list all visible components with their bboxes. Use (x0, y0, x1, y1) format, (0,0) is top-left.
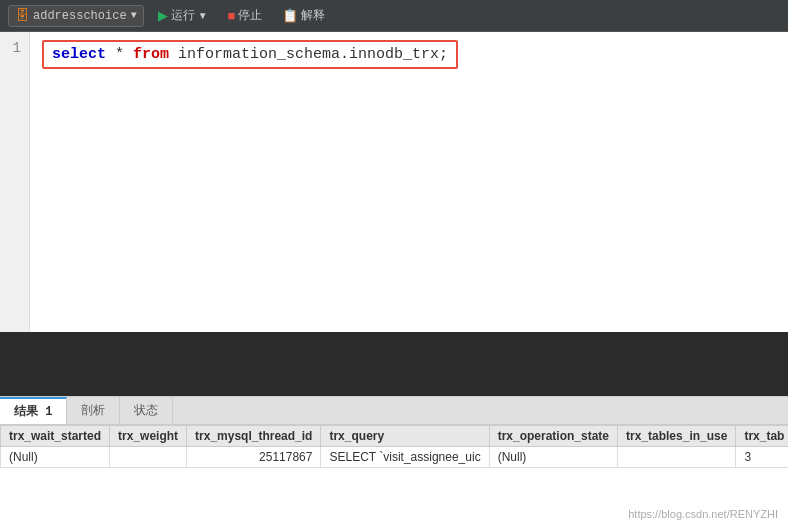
col-header-trx-query: trx_query (321, 426, 489, 447)
sql-from-keyword: from (133, 46, 169, 63)
tab-status[interactable]: 状态 (120, 397, 173, 424)
cell-trx-wait-started: (Null) (1, 447, 110, 468)
tabs-bar: 结果 1 剖析 状态 (0, 397, 788, 425)
bottom-panel: 结果 1 剖析 状态 trx_wait_started trx_weight t… (0, 396, 788, 526)
line-number-1: 1 (8, 40, 21, 56)
sql-select-keyword: select (52, 46, 106, 63)
explain-icon: 📋 (282, 8, 298, 23)
stop-label: 停止 (238, 7, 262, 24)
col-header-trx-operation-state: trx_operation_state (489, 426, 617, 447)
chevron-down-icon: ▼ (131, 10, 137, 21)
cell-trx-operation-state: (Null) (489, 447, 617, 468)
db-selector[interactable]: 🗄 addresschoice ▼ (8, 5, 144, 27)
run-label: 运行 (171, 7, 195, 24)
toolbar: 🗄 addresschoice ▼ ▶ 运行 ▼ ■ 停止 📋 解释 (0, 0, 788, 32)
line-numbers: 1 (0, 32, 30, 332)
col-header-trx-wait-started: trx_wait_started (1, 426, 110, 447)
tab-profile[interactable]: 剖析 (67, 397, 120, 424)
result-table: trx_wait_started trx_weight trx_mysql_th… (0, 425, 788, 468)
cell-trx-weight (110, 447, 187, 468)
col-header-trx-tables-in-use: trx_tables_in_use (618, 426, 736, 447)
col-header-trx-mysql-thread-id: trx_mysql_thread_id (187, 426, 321, 447)
tab-result-1[interactable]: 结果 1 (0, 397, 67, 424)
db-icon: 🗄 (15, 8, 29, 24)
run-button[interactable]: ▶ 运行 ▼ (152, 5, 214, 26)
cell-trx-tab: 3 (736, 447, 788, 468)
code-content[interactable]: select * from information_schema.innodb_… (30, 32, 788, 332)
stop-button[interactable]: ■ 停止 (222, 5, 269, 26)
sql-star: * (115, 46, 133, 63)
stop-icon: ■ (228, 8, 236, 23)
cell-trx-query: SELECT `visit_assignee_uic (321, 447, 489, 468)
sql-table: information_schema.innodb_trx; (178, 46, 448, 63)
run-chevron-icon: ▼ (198, 10, 208, 21)
cell-trx-tables-in-use (618, 447, 736, 468)
explain-label: 解释 (301, 7, 325, 24)
table-row: (Null) 25117867 SELECT `visit_assignee_u… (1, 447, 789, 468)
explain-button[interactable]: 📋 解释 (276, 5, 331, 26)
sql-highlight-box: select * from information_schema.innodb_… (42, 40, 458, 69)
cell-trx-mysql-thread-id: 25117867 (187, 447, 321, 468)
col-header-trx-weight: trx_weight (110, 426, 187, 447)
watermark: https://blog.csdn.net/RENYZHI (628, 508, 778, 520)
col-header-trx-tab: trx_tab (736, 426, 788, 447)
editor-area: 1 select * from information_schema.innod… (0, 32, 788, 332)
play-icon: ▶ (158, 8, 168, 23)
db-name: addresschoice (33, 9, 127, 23)
